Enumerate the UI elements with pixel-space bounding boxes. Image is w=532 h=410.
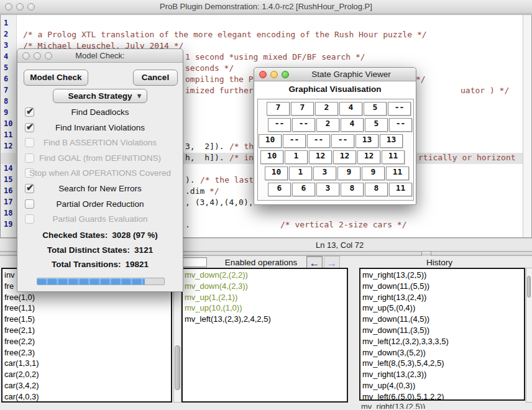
grid-cell: -- <box>268 118 291 132</box>
operation-item[interactable]: mv_up(10,(1,0)) <box>185 303 347 314</box>
grid-cell: 12 <box>309 150 332 164</box>
grid-cell: -- <box>307 134 330 148</box>
close-icon[interactable] <box>259 71 267 78</box>
grid-cell: 9 <box>362 166 385 180</box>
progress-fill <box>37 278 145 285</box>
scrollbar-thumb[interactable] <box>527 276 531 298</box>
grid-cell: 7 <box>267 102 290 116</box>
grid-row: 10139911 <box>265 166 413 180</box>
model-check-dialog: Model Check: Model Check Cancel Search S… <box>17 48 183 292</box>
minimize-icon[interactable] <box>270 71 278 78</box>
history-item[interactable]: mv_down(11,(5,5)) <box>362 281 524 292</box>
code-fragment: /* the last <box>200 175 254 186</box>
window-title: ProB Plugin Demonstration: 1.4.0-rc2 [Ru… <box>0 2 532 11</box>
checked-states: Checked States:3028 (97 %) <box>17 230 183 245</box>
state-property-item[interactable]: free(1,1) <box>4 303 171 314</box>
code-fragment: , (3,4),(4,0), <box>185 198 254 209</box>
history-item[interactable]: mv_up(5,(0,4)) <box>362 303 524 314</box>
option-label: Stop when All OPERATIONS Covered <box>17 168 183 178</box>
code-fragment: seconds */ <box>185 63 234 75</box>
state-property-item[interactable]: car(2,0,2) <box>4 369 171 380</box>
model-check-option: Stop when All OPERATIONS Covered <box>17 166 183 181</box>
code-line <box>1 19 531 30</box>
history-item[interactable]: mv_left(8,(5,3),5,4,2,5) <box>362 358 524 369</box>
code-fragment: imized further <box>185 86 254 97</box>
editor-scrollbar[interactable] <box>523 15 531 237</box>
state-property-item[interactable]: car(3,4,2) <box>4 380 171 391</box>
operation-item[interactable]: mv_left(13,(2,3),2,4,2,5) <box>185 314 347 325</box>
scrollbar-thumb[interactable] <box>175 345 180 390</box>
option-label: Partial Order Reduction <box>17 199 183 209</box>
grid-cell: 13 <box>355 134 378 148</box>
history-item[interactable]: mv_left(6,(5,0),5,1,2,2) <box>362 391 524 401</box>
option-label: Find B ASSERTION Violations <box>17 138 183 147</box>
model-check-button[interactable]: Model Check <box>24 70 88 86</box>
history-item[interactable]: mv_down(11,(3,5)) <box>362 325 524 336</box>
history-item[interactable]: mv_right(13,(2,3)) <box>362 369 524 380</box>
state-property-item[interactable]: car(4,0,3) <box>4 391 171 403</box>
grid-row: ----245-- <box>268 118 413 132</box>
code-fragment: /* th <box>229 142 254 153</box>
enabled-operations-list[interactable]: mv_down(2,(2,2))mv_down(4,(2,3))mv_up(1,… <box>181 268 348 403</box>
grid-row: 10112121211 <box>260 150 413 164</box>
model-check-option: ✔Search for New Errors <box>17 181 183 197</box>
model-check-titlebar[interactable]: Model Check: <box>17 49 183 63</box>
code-fragment: ). <box>185 175 200 186</box>
state-property-item[interactable]: free(1,5) <box>4 314 171 325</box>
viewer-titlebar[interactable]: State Graphic Viewer <box>254 68 416 81</box>
main-titlebar: ProB Plugin Demonstration: 1.4.0-rc2 [Ru… <box>0 0 532 14</box>
state-property-item[interactable]: free(2,1) <box>4 325 171 336</box>
model-check-option: Find B ASSERTION Violations <box>17 135 183 151</box>
option-label: Find Deadlocks <box>17 107 183 117</box>
search-strategy-dropdown[interactable]: Search Strategy ▾ <box>53 89 147 103</box>
state-graphic-viewer: State Graphic Viewer Graphical Visualisa… <box>254 67 416 205</box>
state-property-item[interactable]: free(2,3) <box>4 347 171 358</box>
model-check-option: Partial Guards Evaluation <box>17 212 183 227</box>
code-line: /* a Prolog XTL translation of the more … <box>1 30 531 41</box>
operation-item[interactable]: mv_down(4,(2,3)) <box>185 281 347 292</box>
history-item[interactable]: mv_down(3,(5,2)) <box>362 347 524 358</box>
grid-row: 10------1313 <box>259 134 413 148</box>
history-item[interactable]: mv_up(4,(0,3)) <box>362 380 524 391</box>
state-property-item[interactable]: car(1,3,1) <box>4 358 171 369</box>
grid-cell: 4 <box>341 118 364 132</box>
model-check-option: Find GOAL (from DEFINITIONS) <box>17 151 183 166</box>
grid-cell: 6 <box>268 183 291 196</box>
history-list[interactable]: mv_right(13,(2,5))mv_down(11,(5,5))mv_ri… <box>359 268 525 401</box>
grid-cell: 2 <box>316 118 339 132</box>
option-label: Search for New Errors <box>17 184 183 193</box>
grid-cell: -- <box>283 134 306 148</box>
grid-cell: 10 <box>265 166 288 180</box>
cancel-button[interactable]: Cancel <box>133 70 178 86</box>
model-check-option: ✔Find Invariant Violations <box>17 121 183 136</box>
code-fragment: */ <box>209 186 219 198</box>
operation-item[interactable]: mv_up(1,(2,1)) <box>185 292 347 303</box>
grid-cell: 6 <box>292 183 315 196</box>
puzzle-grid: 77245------245--10------1313101121212111… <box>257 99 414 201</box>
model-check-option: ✔Find Deadlocks <box>17 105 183 121</box>
model-check-options: ✔Find Deadlocks✔Find Invariant Violation… <box>17 105 183 227</box>
chevron-down-icon: ▾ <box>137 89 141 102</box>
window-controls <box>259 71 289 78</box>
history-scrollbar[interactable] <box>526 268 532 403</box>
history-item[interactable]: mv_left(12,(3,2),3,3,3,5) <box>362 336 524 347</box>
code-fragment: 1 second *using mixed DF/BF search */ <box>185 52 365 63</box>
grid-cell: 7 <box>291 102 314 116</box>
state-property-item[interactable]: free(2,2) <box>4 336 171 347</box>
history-item[interactable]: mv_down(11,(4,5)) <box>362 314 524 325</box>
history-item[interactable]: mv_right(13,(2,4)) <box>362 292 524 303</box>
grid-cell: 5 <box>364 102 387 116</box>
grid-row: 6638811 <box>268 183 413 196</box>
grid-cell: 12 <box>357 150 380 164</box>
operation-item[interactable]: mv_down(2,(2,2)) <box>185 270 347 281</box>
code-fragment: /* a Prolog XTL translation of the more … <box>23 30 427 41</box>
code-fragment: .dim <box>185 186 209 198</box>
option-label: Find GOAL (from DEFINITIONS) <box>17 153 183 163</box>
code-fragment: /* in <box>229 153 254 164</box>
model-check-progress-bar <box>37 278 165 285</box>
history-item[interactable]: mv_right(13,(2,5)) <box>362 270 524 281</box>
viewer-heading: Graphical Visualisation <box>254 84 416 94</box>
grid-cell: 4 <box>339 102 362 116</box>
state-property-item[interactable]: free(1,0) <box>4 292 171 303</box>
grid-cell: 10 <box>260 150 283 164</box>
